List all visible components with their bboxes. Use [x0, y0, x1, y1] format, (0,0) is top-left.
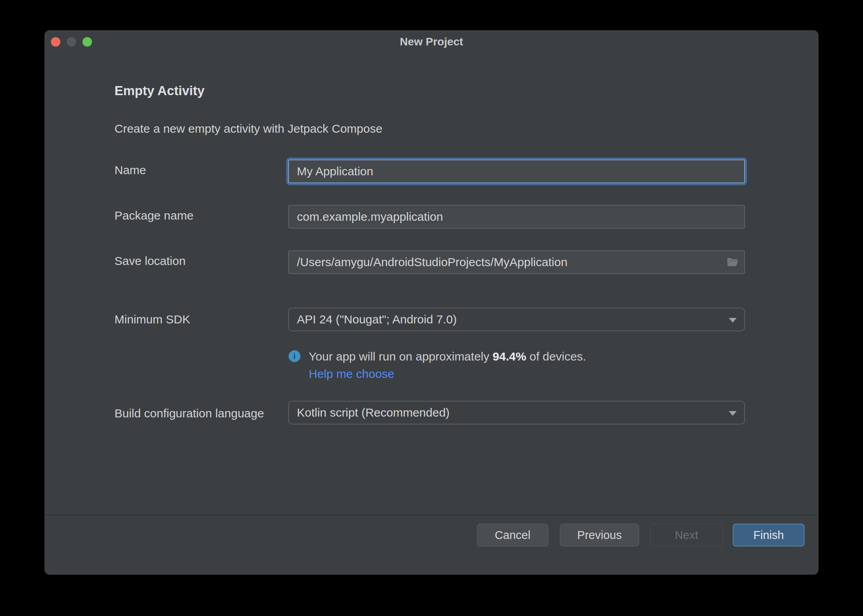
- finish-button[interactable]: Finish: [733, 524, 805, 547]
- save-location-input[interactable]: [288, 250, 745, 274]
- build-config-language-dropdown[interactable]: Kotlin script (Recommended): [288, 401, 745, 424]
- sdk-info-text: Your app will run on approximately 94.4%…: [309, 349, 586, 364]
- name-input[interactable]: [288, 160, 745, 183]
- minimum-sdk-dropdown[interactable]: API 24 ("Nougat"; Android 7.0): [288, 308, 745, 331]
- page-subtitle: Create a new empty activity with Jetpack…: [114, 122, 383, 135]
- help-me-choose-link[interactable]: Help me choose: [309, 366, 394, 381]
- chevron-down-icon: [729, 411, 737, 416]
- open-folder-icon[interactable]: [726, 255, 739, 269]
- name-label: Name: [114, 163, 146, 178]
- sdk-info-percentage: 94.4%: [493, 350, 526, 363]
- build-config-selected-value: Kotlin script (Recommended): [297, 406, 450, 419]
- titlebar: New Project: [45, 31, 818, 53]
- save-location-label: Save location: [114, 254, 186, 269]
- build-config-language-label: Build configuration language: [114, 406, 264, 421]
- sdk-info-suffix: of devices.: [526, 350, 586, 363]
- save-location-field-wrap: [288, 250, 745, 274]
- next-button: Next: [650, 524, 723, 547]
- footer-separator: [45, 515, 818, 515]
- sdk-info-prefix: Your app will run on approximately: [309, 350, 493, 363]
- minimum-sdk-label: Minimum SDK: [114, 312, 190, 327]
- window-title: New Project: [45, 36, 818, 48]
- new-project-dialog: New Project Empty Activity Create a new …: [45, 30, 818, 575]
- info-icon: i: [289, 350, 300, 362]
- chevron-down-icon: [729, 318, 737, 323]
- previous-button[interactable]: Previous: [560, 524, 639, 547]
- minimum-sdk-selected-value: API 24 ("Nougat"; Android 7.0): [297, 313, 457, 326]
- package-name-label: Package name: [114, 208, 193, 223]
- page-title: Empty Activity: [114, 83, 204, 98]
- package-name-input[interactable]: [288, 205, 745, 229]
- cancel-button[interactable]: Cancel: [477, 524, 548, 547]
